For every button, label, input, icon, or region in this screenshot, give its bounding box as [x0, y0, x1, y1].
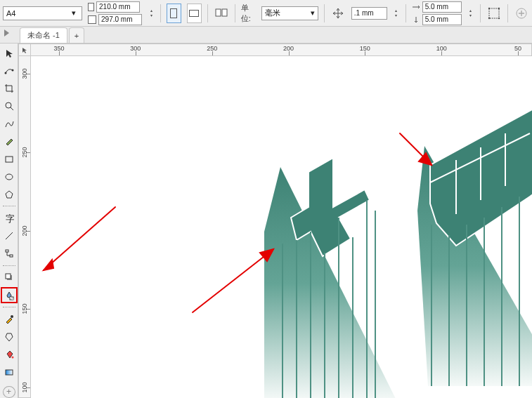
ellipse-tool-icon: [4, 172, 14, 182]
dimension-tool[interactable]: [2, 247, 16, 260]
page-width-input[interactable]: 210.0 mm: [96, 1, 140, 13]
dimension-spinner[interactable]: ▴ ▾: [148, 8, 155, 18]
pages-icon: [215, 8, 228, 19]
width-icon: [88, 3, 94, 11]
svg-rect-20: [11, 298, 13, 300]
spinner-down-icon[interactable]: ▾: [148, 13, 155, 18]
cursor-icon: [21, 46, 28, 53]
rectangle-tool[interactable]: [2, 152, 16, 166]
customize-toolbox-button[interactable]: +: [3, 386, 15, 398]
spinner-up-icon[interactable]: ▴: [467, 8, 474, 13]
landscape-button[interactable]: [187, 4, 202, 23]
ruler-label: 300: [130, 45, 141, 52]
ruler-origin[interactable]: [18, 44, 31, 56]
ruler-label: 250: [207, 45, 217, 52]
dup-x-input[interactable]: 5.0 mm: [422, 1, 462, 13]
svg-point-21: [11, 315, 13, 318]
zoom-tool[interactable]: [2, 99, 16, 112]
polygon-tool[interactable]: [2, 187, 16, 201]
plus-icon: +: [74, 32, 79, 40]
ruler-label: 300: [21, 68, 28, 79]
nudge-input[interactable]: .1 mm: [351, 7, 387, 20]
portrait-button[interactable]: [167, 4, 181, 23]
dup-spinner[interactable]: ▴ ▾: [467, 8, 474, 18]
svg-rect-11: [6, 157, 13, 162]
svg-point-8: [4, 72, 6, 74]
dup-y-value: 5.0 mm: [425, 15, 448, 23]
svg-rect-2: [489, 8, 499, 18]
table-tool[interactable]: [2, 230, 16, 243]
toolbox-separator: [3, 265, 15, 266]
ruler-label: 250: [21, 147, 28, 157]
work-area: 字 +: [0, 44, 532, 398]
options-plus-button[interactable]: [514, 4, 529, 22]
page-height-input[interactable]: 297.0 mm: [98, 14, 142, 25]
separator: [324, 4, 325, 22]
portrait-icon: [170, 8, 177, 18]
treat-as-filled-button[interactable]: [486, 4, 502, 22]
dropdown-icon: ▾: [69, 8, 79, 18]
spinner-up-icon[interactable]: ▴: [148, 8, 155, 13]
separator: [507, 4, 508, 22]
add-tab-button[interactable]: +: [69, 27, 84, 43]
zoom-tool-icon: [4, 101, 14, 111]
polygon-tool-icon: [4, 190, 14, 199]
horizontal-ruler[interactable]: 35030025020015010050: [31, 44, 532, 56]
ruler-label: 350: [53, 45, 64, 52]
ruler-label: 100: [436, 45, 447, 52]
unit-select[interactable]: 毫米 ▾: [261, 6, 318, 20]
transparency-tool[interactable]: [2, 288, 16, 302]
svg-rect-23: [6, 370, 13, 375]
nudge-spinner[interactable]: ▴ ▾: [393, 8, 400, 18]
parallel-dimension-tool-icon: [4, 231, 14, 241]
height-icon: [88, 15, 96, 24]
interactive-fill-tool[interactable]: [2, 366, 16, 379]
eyedropper-tool-icon: [4, 314, 14, 324]
document-tab[interactable]: 未命名 -1: [20, 27, 67, 43]
outline-pen-tool-icon: [4, 332, 14, 342]
spinner-up-icon[interactable]: ▴: [393, 8, 400, 13]
dup-y-input[interactable]: 5.0 mm: [422, 14, 462, 25]
vertical-ruler[interactable]: 300250200150100: [18, 56, 31, 398]
ruler-label: 150: [21, 304, 28, 314]
ellipse-tool[interactable]: [2, 170, 16, 183]
dropdown-icon: ▾: [311, 8, 315, 18]
spinner-down-icon[interactable]: ▾: [393, 13, 400, 18]
property-bar: A4 ▾ 210.0 mm 297.0 mm ▴ ▾: [0, 0, 532, 27]
drawing-canvas[interactable]: [31, 56, 532, 398]
svg-point-10: [6, 102, 11, 108]
svg-rect-0: [216, 9, 221, 16]
freehand-tool-icon: [4, 119, 14, 128]
svg-text:字: 字: [6, 213, 14, 223]
separator: [480, 4, 481, 22]
svg-rect-19: [10, 297, 12, 298]
drop-shadow-tool[interactable]: [2, 271, 16, 284]
svg-point-3: [488, 7, 489, 8]
nudge-value: .1 mm: [354, 9, 374, 17]
spinner-down-icon[interactable]: ▾: [467, 13, 474, 18]
document-tabs: 未命名 -1 +: [0, 27, 532, 44]
svg-point-5: [488, 17, 489, 18]
connector-tool-icon: [4, 248, 14, 258]
freehand-tool[interactable]: [2, 117, 16, 131]
eyedropper-tool[interactable]: [2, 312, 16, 326]
ruler-label: 150: [360, 45, 370, 52]
pick-tool[interactable]: [2, 46, 16, 60]
pick-tool-icon: [4, 48, 14, 58]
fill-tool-icon: [4, 350, 14, 359]
svg-point-6: [498, 17, 499, 18]
plus-circle-icon: [515, 7, 528, 20]
toolbox-separator: [3, 307, 15, 307]
nudge-button[interactable]: [330, 4, 346, 22]
canvas-area: 35030025020015010050 300250200150100: [18, 44, 532, 398]
text-tool[interactable]: 字: [2, 211, 16, 225]
shape-tool[interactable]: [2, 64, 16, 77]
artistic-media-tool[interactable]: [2, 135, 16, 148]
svg-point-9: [11, 69, 13, 71]
fill-tool[interactable]: [2, 348, 16, 361]
all-pages-button[interactable]: [214, 4, 229, 22]
page-size-select[interactable]: A4 ▾: [3, 6, 82, 20]
outline-tool[interactable]: [2, 330, 16, 343]
duplicate-distance: 5.0 mm 5.0 mm: [412, 1, 462, 25]
crop-tool[interactable]: [2, 81, 16, 95]
